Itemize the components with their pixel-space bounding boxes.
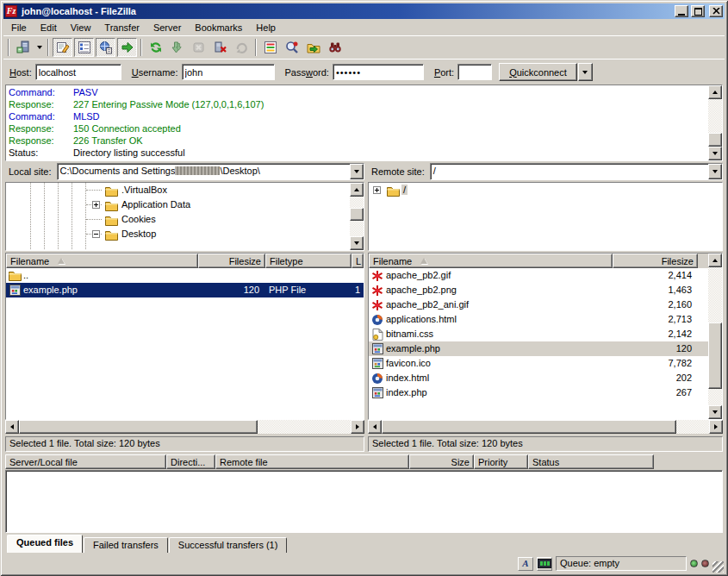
maximize-button[interactable] — [691, 5, 705, 17]
menu-edit[interactable]: Edit — [34, 21, 64, 34]
transfer-type-ascii-icon[interactable]: A — [518, 557, 533, 571]
menu-server[interactable]: Server — [146, 21, 188, 34]
menu-transfer[interactable]: Transfer — [97, 21, 146, 34]
port-input[interactable] — [457, 64, 492, 80]
tree-item[interactable]: Cookies — [6, 212, 350, 227]
scrollbar-thumb[interactable] — [708, 133, 722, 147]
remote-combo-dropdown[interactable] — [708, 164, 722, 179]
scroll-up-button[interactable] — [708, 85, 722, 99]
remote-site-combo[interactable]: / — [430, 163, 723, 180]
password-input[interactable] — [333, 64, 424, 80]
toggle-message-log-button[interactable] — [53, 38, 72, 57]
scrollbar-thumb[interactable] — [19, 420, 258, 434]
remote-list-scrollbar[interactable] — [708, 254, 722, 419]
scrollbar-thumb[interactable] — [708, 322, 722, 389]
cancel-button[interactable] — [189, 38, 208, 57]
filter-button[interactable] — [260, 38, 280, 57]
host-input[interactable] — [35, 64, 121, 80]
scroll-right-button[interactable] — [351, 420, 364, 434]
local-horizontal-scrollbar[interactable] — [5, 420, 364, 434]
column-header-filetype[interactable]: Filetype — [265, 254, 352, 268]
minimize-button[interactable] — [675, 5, 688, 17]
expand-plus-icon[interactable] — [373, 186, 381, 194]
resize-grip[interactable] — [712, 561, 724, 573]
file-row[interactable]: favicon.ico7,782 — [369, 356, 708, 371]
file-row[interactable]: .. — [6, 268, 364, 283]
scrollbar-track[interactable] — [382, 420, 709, 434]
file-row[interactable]: example.php120 — [369, 341, 708, 356]
scroll-down-button[interactable] — [708, 405, 722, 419]
log-scrollbar[interactable] — [708, 85, 722, 160]
column-header-l[interactable]: L — [352, 254, 364, 268]
column-header-filesize[interactable]: Filesize — [198, 254, 265, 268]
local-combo-dropdown[interactable] — [350, 164, 364, 179]
speed-limits-icon[interactable] — [537, 557, 552, 571]
refresh-button[interactable] — [146, 38, 165, 57]
file-row[interactable]: bitnami.css2,142 — [369, 327, 708, 341]
menu-file[interactable]: File — [4, 21, 34, 34]
close-button[interactable] — [709, 5, 723, 17]
file-row[interactable]: index.php267 — [369, 385, 708, 400]
toggle-local-tree-button[interactable] — [74, 38, 94, 57]
column-header-directi[interactable]: Directi... — [166, 454, 215, 469]
username-input[interactable] — [182, 64, 275, 80]
column-header-filesize[interactable]: Filesize — [613, 254, 698, 268]
scrollbar-track[interactable] — [708, 99, 722, 147]
scrollbar-thumb[interactable] — [382, 420, 676, 434]
toggle-remote-tree-button[interactable] — [96, 38, 115, 57]
scrollbar-track[interactable] — [19, 420, 351, 434]
find-files-button[interactable] — [325, 38, 345, 57]
column-header-filename[interactable]: Filename — [6, 254, 198, 268]
menu-help[interactable]: Help — [249, 21, 283, 34]
column-header-remote-file[interactable]: Remote file — [215, 454, 409, 469]
file-row[interactable]: index.html202 — [369, 371, 708, 385]
quickconnect-button[interactable]: Quickconnect — [499, 63, 577, 81]
column-header-size[interactable]: Size — [409, 454, 474, 469]
column-header-server-local-file[interactable]: Server/Local file — [5, 454, 166, 469]
file-row[interactable]: apache_pb2.gif2,414 — [369, 268, 708, 283]
tree-item[interactable]: Application Data — [6, 197, 350, 212]
log-line: Command:PASV — [9, 86, 706, 98]
scrollbar-thumb[interactable] — [350, 208, 364, 221]
site-manager-dropdown[interactable] — [34, 38, 45, 57]
tree-item[interactable]: Desktop — [6, 227, 350, 241]
port-label: Port: — [434, 67, 454, 78]
toggle-queue-button[interactable] — [117, 38, 137, 57]
file-row[interactable]: applications.html2,713 — [369, 312, 708, 327]
directory-comparison-button[interactable] — [282, 38, 302, 57]
scroll-right-button[interactable] — [709, 420, 723, 434]
column-header-status[interactable]: Status — [528, 454, 654, 469]
expand-plus-icon[interactable] — [92, 201, 100, 209]
scroll-up-button[interactable] — [350, 183, 364, 197]
file-row[interactable]: apache_pb2.png1,463 — [369, 283, 708, 297]
local-tree-scrollbar[interactable] — [350, 183, 364, 250]
scroll-up-button[interactable] — [708, 254, 722, 267]
remote-horizontal-scrollbar[interactable] — [368, 420, 723, 434]
scrollbar-track[interactable] — [350, 197, 364, 236]
scroll-left-button[interactable] — [5, 420, 19, 434]
tab-successful-transfers-1[interactable]: Successful transfers (1) — [169, 537, 288, 553]
tab-failed-transfers[interactable]: Failed transfers — [84, 537, 168, 553]
queue-body[interactable] — [5, 470, 723, 533]
tree-item[interactable]: .VirtualBox — [6, 183, 350, 197]
disconnect-button[interactable] — [210, 38, 230, 57]
process-queue-button[interactable] — [167, 38, 187, 57]
collapse-minus-icon[interactable] — [92, 230, 100, 238]
file-row[interactable]: example.php120PHP File1 — [6, 283, 364, 297]
scrollbar-track[interactable] — [708, 267, 722, 405]
scroll-down-button[interactable] — [350, 236, 364, 250]
reconnect-button[interactable] — [232, 38, 252, 57]
tree-item[interactable]: / — [369, 183, 722, 197]
scroll-left-button[interactable] — [368, 420, 382, 434]
synchronized-browsing-button[interactable] — [303, 38, 323, 57]
site-manager-button[interactable] — [13, 38, 33, 57]
column-header-filename[interactable]: Filename — [369, 254, 613, 268]
file-row[interactable]: apache_pb2_ani.gif2,160 — [369, 297, 708, 312]
tab-queued-files[interactable]: Queued files — [7, 535, 83, 553]
column-header-priority[interactable]: Priority — [474, 454, 528, 469]
local-site-combo[interactable]: C:\Documents and Settings\Desktop\ — [57, 163, 364, 180]
scroll-down-button[interactable] — [708, 147, 722, 160]
menu-bookmarks[interactable]: Bookmarks — [188, 21, 249, 34]
quickconnect-dropdown[interactable] — [578, 63, 593, 81]
menu-view[interactable]: View — [64, 21, 98, 34]
